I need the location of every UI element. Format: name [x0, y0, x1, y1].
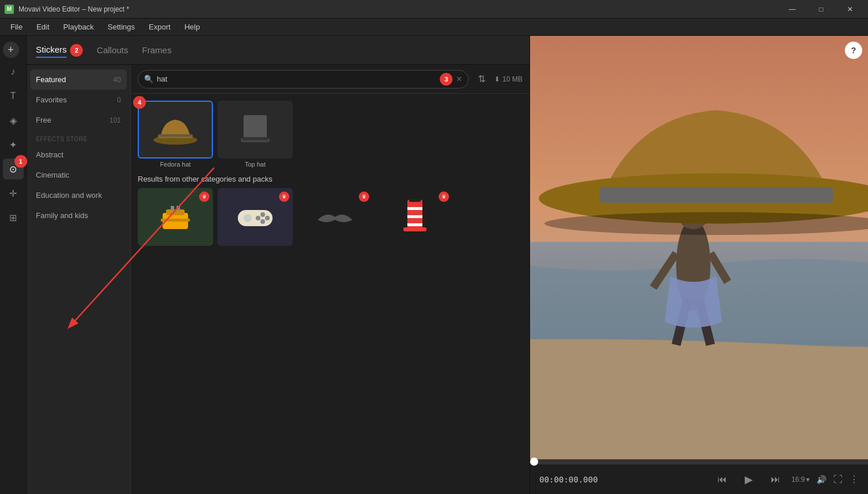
- progress-thumb[interactable]: [530, 458, 538, 466]
- app-icon: M: [5, 5, 14, 14]
- sticker-browser: 🔍 hat 3 ✕ ⇅ ⬇ 10 MB: [131, 65, 529, 494]
- sticker-other-3[interactable]: ♛: [297, 188, 373, 248]
- svg-rect-18: [407, 207, 422, 210]
- cat-education[interactable]: Education and work: [27, 185, 130, 205]
- cat-abstract[interactable]: Abstract: [27, 145, 130, 165]
- svg-point-13: [260, 212, 265, 217]
- sidebar-icon-magic[interactable]: ✦: [3, 134, 24, 155]
- crown-icon-4: ♛: [439, 191, 449, 202]
- sidebar-icon-sticker[interactable]: ⊙ 1: [3, 158, 24, 179]
- cat-featured[interactable]: Featured 40: [30, 69, 127, 90]
- sticker-other-1[interactable]: ♛: [138, 188, 213, 248]
- menu-settings[interactable]: Settings: [102, 20, 141, 34]
- timecode-display: 00:00:00.000: [539, 475, 598, 484]
- crown-icon-1: ♛: [199, 191, 209, 202]
- svg-rect-3: [244, 115, 267, 139]
- aspect-ratio-selector[interactable]: 16:9 ▾: [792, 475, 810, 484]
- maximize-button[interactable]: □: [808, 0, 834, 19]
- sticker-thumb-other4[interactable]: ♛: [377, 188, 453, 246]
- cat-favorites[interactable]: Favorites 0: [27, 90, 130, 110]
- sticker-row-main: 4 Fedora hat: [138, 101, 523, 168]
- category-sidebar: Featured 40 Favorites 0 Free 101 EFFECTS…: [27, 65, 131, 494]
- svg-rect-5: [242, 137, 268, 140]
- magic-icon: ✦: [9, 139, 17, 150]
- title-bar: M Movavi Video Editor – New project * — …: [0, 0, 868, 19]
- sticker-toolbar: 🔍 hat 3 ✕ ⇅ ⬇ 10 MB: [131, 65, 529, 94]
- search-box[interactable]: 🔍 hat 3 ✕: [138, 70, 469, 89]
- sticker-top-hat[interactable]: Top hat: [218, 101, 293, 168]
- sticker-thumb-fedora[interactable]: [138, 101, 213, 158]
- video-progress-bar[interactable]: [530, 459, 868, 464]
- sticker-image-other2: [235, 204, 275, 230]
- sticker-fedora-hat[interactable]: 4 Fedora hat: [138, 101, 213, 168]
- svg-point-12: [244, 214, 252, 222]
- svg-rect-21: [403, 227, 426, 231]
- sticker-other-2[interactable]: ♛: [218, 188, 293, 248]
- sidebar-icon-effects[interactable]: ⊞: [3, 207, 24, 228]
- cat-free[interactable]: Free 101: [27, 110, 130, 130]
- filter-icon: ◈: [10, 115, 17, 126]
- sticker-grid: 4 Fedora hat: [131, 94, 529, 494]
- add-media-button[interactable]: +: [3, 42, 19, 58]
- title-bar-left: M Movavi Video Editor – New project *: [5, 5, 129, 14]
- fullscreen-button[interactable]: ⛶: [833, 474, 843, 485]
- menu-playback[interactable]: Playback: [57, 20, 100, 34]
- sticker-thumb-other1[interactable]: ♛: [138, 188, 213, 246]
- download-info: ⬇ 10 MB: [494, 75, 523, 83]
- svg-rect-19: [407, 215, 422, 218]
- sticker-other-4[interactable]: ♛: [377, 188, 453, 248]
- sticker-thumb-top[interactable]: [218, 101, 293, 158]
- window-controls[interactable]: — □ ✕: [779, 0, 863, 19]
- sidebar-icon-filter[interactable]: ◈: [3, 110, 24, 131]
- skip-forward-button[interactable]: ⏭: [766, 470, 785, 489]
- annotation-4: 4: [133, 96, 146, 109]
- sticker-thumb-other3[interactable]: ♛: [297, 188, 373, 246]
- main-area: + ♪ T ◈ ✦ ⊙ 1 ✛ ⊞ Stickers: [0, 36, 868, 494]
- svg-rect-9: [171, 206, 174, 211]
- play-button[interactable]: ▶: [738, 469, 759, 490]
- overlay-icon: ✛: [9, 188, 17, 199]
- beach-scene: [530, 36, 868, 459]
- sticker-thumb-other2[interactable]: ♛: [218, 188, 293, 246]
- sidebar-icon-text[interactable]: T: [3, 86, 24, 106]
- menu-help[interactable]: Help: [179, 20, 206, 34]
- menu-export[interactable]: Export: [143, 20, 176, 34]
- video-preview: ?: [530, 36, 868, 459]
- minimize-button[interactable]: —: [779, 0, 806, 19]
- top-hat-image: [238, 109, 273, 150]
- crown-icon-2: ♛: [279, 191, 289, 202]
- other-results-label: Results from other categories and packs: [138, 175, 523, 183]
- svg-rect-7: [166, 209, 185, 215]
- beach-background: [530, 36, 868, 459]
- sort-filter-button[interactable]: ⇅: [473, 71, 490, 87]
- more-options-button[interactable]: ⋮: [849, 474, 859, 485]
- music-icon: ♪: [11, 67, 16, 77]
- menu-file[interactable]: File: [5, 20, 28, 34]
- tab-frames[interactable]: Frames: [142, 43, 172, 57]
- sidebar-icon-music[interactable]: ♪: [3, 61, 24, 82]
- cat-cinematic[interactable]: Cinematic: [27, 165, 130, 185]
- help-button[interactable]: ?: [845, 42, 862, 59]
- volume-button[interactable]: 🔊: [816, 475, 826, 484]
- menu-edit[interactable]: Edit: [31, 20, 55, 34]
- search-clear-button[interactable]: ✕: [456, 75, 462, 83]
- download-icon: ⬇: [494, 75, 500, 83]
- effects-store-label: EFFECTS STORE: [27, 130, 130, 145]
- close-button[interactable]: ✕: [837, 0, 863, 19]
- cat-family[interactable]: Family and kids: [27, 205, 130, 226]
- menu-bar: File Edit Playback Settings Export Help: [0, 19, 868, 36]
- skip-back-button[interactable]: ⏮: [713, 470, 731, 489]
- tab-stickers[interactable]: Stickers: [36, 42, 67, 58]
- svg-rect-8: [161, 219, 190, 222]
- sticker-label-top: Top hat: [245, 161, 266, 168]
- preview-area: ? 00:00:00.000 ⏮ ▶ ⏭ 16:9 ▾ 🔊 ⛶ ⋮: [530, 36, 868, 494]
- panel-header: Stickers 2 Callouts Frames: [27, 36, 529, 65]
- sidebar-icon-overlay[interactable]: ✛: [3, 183, 24, 204]
- annotation-3: 3: [440, 73, 453, 86]
- svg-rect-10: [176, 206, 180, 211]
- playback-controls: 00:00:00.000 ⏮ ▶ ⏭ 16:9 ▾ 🔊 ⛶ ⋮: [530, 464, 868, 494]
- sticker-image-other3: [315, 208, 355, 226]
- panel-content: Featured 40 Favorites 0 Free 101 EFFECTS…: [27, 65, 529, 494]
- tab-callouts[interactable]: Callouts: [97, 43, 128, 57]
- fedora-hat-image: [152, 112, 198, 147]
